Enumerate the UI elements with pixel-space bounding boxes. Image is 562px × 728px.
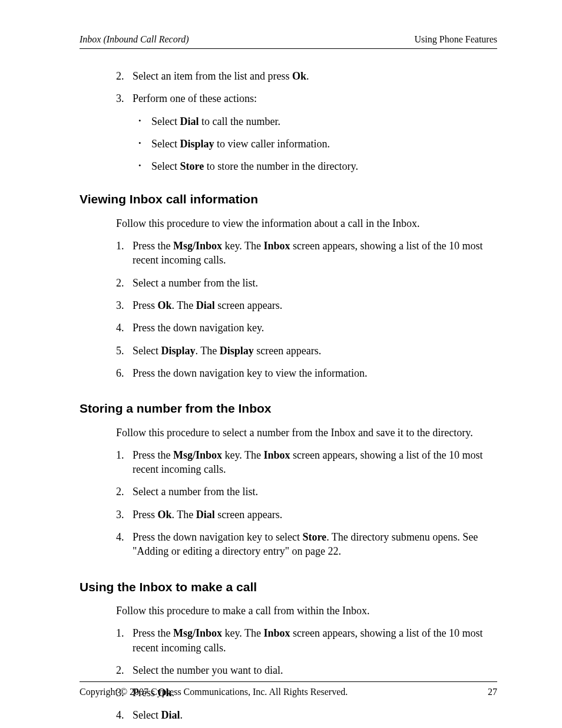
- step-item: Select Dial.: [116, 708, 497, 722]
- section-heading: Viewing Inbox call information: [80, 191, 497, 207]
- step-item: Press the down navigation key to view th…: [116, 366, 497, 380]
- content: Select an item from the list and press O…: [80, 69, 497, 728]
- step-item: Press the down navigation key.: [116, 321, 497, 335]
- section-intro: Follow this procedure to make a call fro…: [116, 604, 497, 618]
- step-text: Select an item from the list and press O…: [133, 70, 309, 82]
- step-item: Perform one of these actions:Select Dial…: [116, 91, 497, 173]
- section-steps: Press the Msg/Inbox key. The Inbox scree…: [116, 448, 497, 559]
- header-right: Using Phone Features: [415, 34, 497, 45]
- bullet-item: Select Display to view caller informatio…: [133, 137, 497, 151]
- footer: Copyright © 2007 Cypress Communications,…: [80, 681, 497, 697]
- sub-bullets: Select Dial to call the number.Select Di…: [133, 114, 497, 174]
- page-number: 27: [488, 687, 497, 697]
- step-item: Press Ok. The Dial screen appears.: [116, 508, 497, 522]
- step-item: Press the Msg/Inbox key. The Inbox scree…: [116, 626, 497, 655]
- page: Inbox (Inbound Call Record) Using Phone …: [0, 0, 562, 728]
- step-text: Perform one of these actions:: [133, 93, 257, 104]
- step-item: Select a number from the list.: [116, 485, 497, 499]
- section-heading: Storing a number from the Inbox: [80, 400, 497, 417]
- copyright: Copyright © 2007 Cypress Communications,…: [80, 687, 348, 697]
- step-item: Select Display. The Display screen appea…: [116, 344, 497, 358]
- step-item: Press the Msg/Inbox key. The Inbox scree…: [116, 448, 497, 477]
- step-item: Press the Msg/Inbox key. The Inbox scree…: [116, 239, 497, 268]
- running-header: Inbox (Inbound Call Record) Using Phone …: [80, 34, 497, 49]
- step-item: Press Ok. The Dial screen appears.: [116, 298, 497, 312]
- section-steps: Press the Msg/Inbox key. The Inbox scree…: [116, 239, 497, 380]
- section-intro: Follow this procedure to select a number…: [116, 426, 497, 440]
- step-item: Select the number you want to dial.: [116, 663, 497, 677]
- bullet-item: Select Dial to call the number.: [133, 114, 497, 129]
- section-heading: Using the Inbox to make a call: [80, 579, 497, 595]
- step-item: Select an item from the list and press O…: [116, 69, 497, 83]
- step-item: Press the down navigation key to select …: [116, 530, 497, 559]
- bullet-item: Select Store to store the number in the …: [133, 159, 497, 173]
- step-item: Select a number from the list.: [116, 276, 497, 290]
- continued-steps: Select an item from the list and press O…: [116, 69, 497, 173]
- section-steps: Press the Msg/Inbox key. The Inbox scree…: [116, 626, 497, 728]
- header-left: Inbox (Inbound Call Record): [80, 34, 189, 45]
- section-intro: Follow this procedure to view the inform…: [116, 216, 497, 230]
